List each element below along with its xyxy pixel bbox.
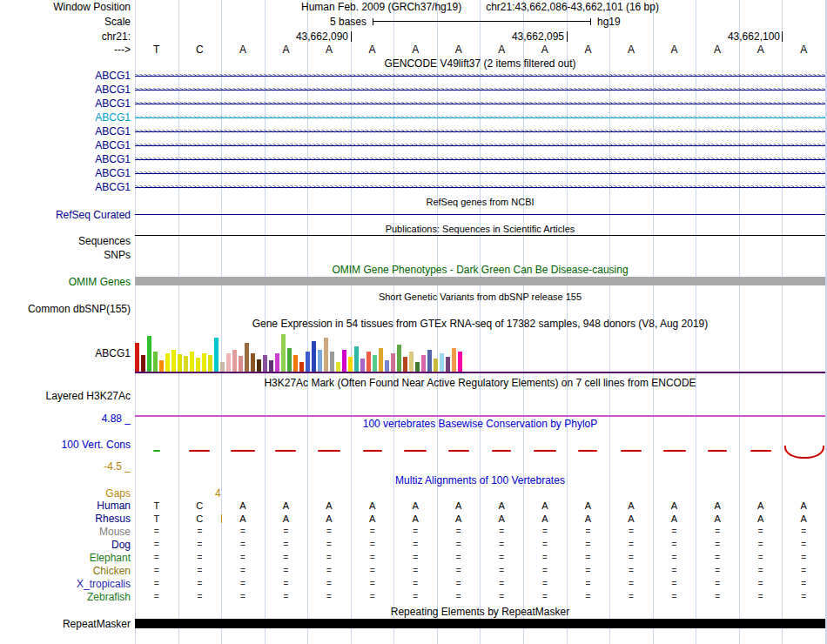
gtex-tissue-bar[interactable] [165,353,170,372]
gtex-tissue-bar[interactable] [427,350,432,372]
omim-track-title[interactable]: OMIM Gene Phenotypes - Dark Green Can Be… [135,264,825,276]
gene-label[interactable]: ABCG1 [0,153,131,165]
gene-label[interactable]: ABCG1 [0,84,131,96]
gtex-tissue-bar[interactable] [409,352,414,372]
refseq-track-title[interactable]: RefSeq genes from NCBI [135,196,825,208]
multiz-track-title[interactable]: Multiz Alignments of 100 Vertebrates [135,474,825,486]
gene-transcript-line[interactable]: >>>>>>>>>>>>>>>>>>>>>>>>>>>>>>>>>>>>>>>>… [135,181,825,193]
gtex-tissue-bar[interactable] [232,350,237,372]
species-label[interactable]: Elephant [0,552,131,564]
species-label[interactable]: Zebrafish [0,591,131,603]
gtex-tissue-bar[interactable] [440,353,444,372]
gtex-tissue-bar[interactable] [348,357,353,372]
gtex-tissue-bar[interactable] [391,353,395,372]
gene-label[interactable]: ABCG1 [0,167,131,179]
gtex-tissue-bar[interactable] [306,352,310,372]
gene-label[interactable]: ABCG1 [0,181,131,193]
gene-label[interactable]: ABCG1 [0,139,131,151]
gene-transcript-line[interactable]: >>>>>>>>>>>>>>>>>>>>>>>>>>>>>>>>>>>>>>>>… [135,139,825,151]
gtex-tissue-bar[interactable] [379,348,383,372]
species-label[interactable]: Rhesus [0,513,131,525]
dbsnp-track-title[interactable]: Short Genetic Variants from dbSNP releas… [135,291,825,303]
gtex-track-title[interactable]: Gene Expression in 54 tissues from GTEx … [135,318,825,330]
gtex-tissue-bar[interactable] [452,348,456,372]
gtex-tissue-bar[interactable] [245,343,249,372]
alignment-gap-glyph: = [653,539,696,551]
h3k27ac-track-title[interactable]: H3K27Ac Mark (Often Found Near Active Re… [135,377,825,389]
gene-transcript-line[interactable]: >>>>>>>>>>>>>>>>>>>>>>>>>>>>>>>>>>>>>>>>… [135,97,825,110]
gtex-tissue-bar[interactable] [330,352,334,372]
track-label-omim-genes[interactable]: OMIM Genes [0,276,131,288]
species-label[interactable]: Mouse [0,526,131,538]
gene-label[interactable]: ABCG1 [0,97,131,110]
gtex-tissue-bar[interactable] [196,358,200,372]
gtex-tissue-bar[interactable] [147,336,151,372]
gene-transcript-line[interactable]: >>>>>>>>>>>>>>>>>>>>>>>>>>>>>>>>>>>>>>>>… [135,84,825,96]
gtex-tissue-bar[interactable] [397,345,401,372]
gtex-tissue-bar[interactable] [208,355,212,372]
gtex-tissue-bar[interactable] [421,355,426,372]
gtex-tissue-bar[interactable] [239,356,243,372]
gencode-track-title[interactable]: GENCODE V49lift37 (2 items filtered out) [135,57,825,70]
gtex-tissue-bar[interactable] [214,338,219,372]
track-label-repeatmasker[interactable]: RepeatMasker [0,618,131,630]
species-label[interactable]: Human [0,500,131,512]
alignment-gap-glyph: = [567,552,610,564]
gtex-tissue-bar[interactable] [318,350,322,372]
track-label-refseq-curated[interactable]: RefSeq Curated [0,209,131,221]
gtex-tissue-bar[interactable] [287,348,292,372]
gtex-tissue-bar[interactable] [153,352,158,372]
gene-transcript-line[interactable]: >>>>>>>>>>>>>>>>>>>>>>>>>>>>>>>>>>>>>>>>… [135,125,825,138]
gtex-tissue-bar[interactable] [354,346,359,372]
gtex-tissue-bar[interactable] [275,353,279,372]
gene-transcript-line[interactable]: >>>>>>>>>>>>>>>>>>>>>>>>>>>>>>>>>>>>>>>>… [135,111,825,124]
gtex-tissue-bar[interactable] [403,357,407,372]
track-label-layered-h3k27ac[interactable]: Layered H3K27Ac [0,390,131,402]
conservation-track-title[interactable]: 100 vertebrates Basewise Conservation by… [135,418,825,430]
track-label-gtex-gene[interactable]: ABCG1 [0,347,131,359]
gene-label[interactable]: ABCG1 [0,111,131,124]
gtex-tissue-bar[interactable] [263,355,267,372]
gtex-tissue-bar[interactable] [226,353,231,372]
species-label[interactable]: Chicken [0,565,131,577]
repeatmasker-track-title[interactable]: Repeating Elements by RepeatMasker [135,606,825,618]
gtex-tissue-bar[interactable] [293,355,298,372]
gtex-tissue-bar[interactable] [458,352,462,372]
gtex-tissue-bar[interactable] [373,355,377,372]
species-label[interactable]: Dog [0,539,131,551]
gtex-tissue-bar[interactable] [385,360,389,372]
track-label-common-dbsnp[interactable]: Common dbSNP(155) [0,303,131,315]
alignment-gap-glyph: = [437,578,481,590]
gtex-expression-barchart[interactable] [135,332,464,372]
gtex-tissue-bar[interactable] [269,360,273,372]
track-label-snps[interactable]: SNPs [0,249,131,261]
gtex-tissue-bar[interactable] [312,341,316,372]
gtex-tissue-bar[interactable] [434,359,438,372]
gtex-tissue-bar[interactable] [446,357,450,372]
gtex-tissue-bar[interactable] [366,352,371,372]
gene-transcript-line[interactable]: >>>>>>>>>>>>>>>>>>>>>>>>>>>>>>>>>>>>>>>>… [135,153,825,165]
gene-transcript-line[interactable]: >>>>>>>>>>>>>>>>>>>>>>>>>>>>>>>>>>>>>>>>… [135,70,825,82]
gtex-tissue-bar[interactable] [360,359,365,372]
track-label-100-vert-cons[interactable]: 100 Vert. Cons [0,439,131,451]
gtex-tissue-bar[interactable] [135,343,139,372]
track-label-sequences[interactable]: Sequences [0,235,131,247]
gtex-tissue-bar[interactable] [171,350,176,372]
species-label[interactable]: X_tropicalis [0,578,131,590]
gtex-tissue-bar[interactable] [159,360,164,372]
gtex-tissue-bar[interactable] [324,338,328,372]
gtex-tissue-bar[interactable] [184,356,188,372]
gtex-tissue-bar[interactable] [281,334,286,372]
gene-label[interactable]: ABCG1 [0,125,131,138]
gene-label[interactable]: ABCG1 [0,70,131,82]
gtex-tissue-bar[interactable] [251,353,255,372]
gtex-tissue-bar[interactable] [190,352,194,372]
gene-transcript-line[interactable]: >>>>>>>>>>>>>>>>>>>>>>>>>>>>>>>>>>>>>>>>… [135,167,825,179]
gtex-tissue-bar[interactable] [178,354,182,372]
gtex-tissue-bar[interactable] [257,359,261,372]
base-letter: A [393,44,437,56]
gtex-tissue-bar[interactable] [141,355,145,372]
gtex-tissue-bar[interactable] [202,353,206,372]
publications-track-title[interactable]: Publications: Sequences in Scientific Ar… [135,223,825,235]
gtex-tissue-bar[interactable] [342,350,346,372]
